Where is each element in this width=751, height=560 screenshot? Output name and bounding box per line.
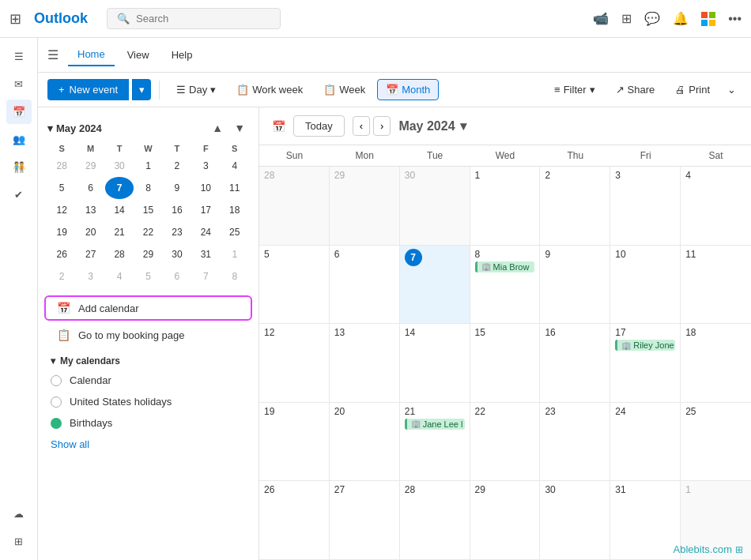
mini-cal-day[interactable]: 23 [163,221,191,243]
chat-icon[interactable]: 💬 [644,11,660,26]
today-button[interactable]: Today [293,115,345,137]
mini-cal-day[interactable]: 28 [105,243,134,265]
month-day[interactable]: 15 [470,324,541,402]
mini-cal-day[interactable]: 22 [134,221,162,243]
mini-cal-day[interactable]: 4 [105,265,134,288]
month-day[interactable]: 11 [681,246,751,324]
mini-cal-day[interactable]: 16 [163,199,191,221]
month-day[interactable]: 5 [259,246,330,324]
mini-cal-day[interactable]: 27 [76,243,104,265]
video-icon[interactable]: 📹 [593,11,609,26]
mini-cal-day[interactable]: 8 [221,265,249,288]
view-workweek-button[interactable]: 📋 Work week [228,79,311,100]
mini-cal-day[interactable]: 12 [47,199,76,221]
mini-cal-day[interactable]: 1 [221,243,249,265]
month-day[interactable]: 8🏢Mia Brow [470,246,541,324]
search-box[interactable]: 🔍 [107,8,281,29]
booking-page-action[interactable]: 📋 Go to my booking page [44,322,252,348]
mini-cal-day[interactable]: 11 [221,177,249,199]
hamburger-icon[interactable]: ☰ [47,47,58,62]
month-day[interactable]: 3 [610,167,681,245]
month-day[interactable]: 16 [540,324,610,402]
calendar-item-calendar[interactable]: Calendar [38,370,259,391]
mini-cal-day[interactable]: 26 [47,243,76,265]
month-day[interactable]: 23 [540,403,610,481]
search-input[interactable] [136,13,262,24]
event-chip[interactable]: 🏢Mia Brow [475,261,535,272]
event-chip[interactable]: 🏢Jane Lee l [405,419,465,430]
strip-cloud-icon[interactable]: ☁ [7,502,30,526]
cal-next-button[interactable]: › [373,116,391,136]
mini-cal-day[interactable]: 18 [221,199,249,221]
mini-cal-day[interactable]: 2 [163,155,191,177]
mini-cal-day[interactable]: 9 [163,177,191,199]
cal-month-dropdown-icon[interactable]: ▾ [460,118,466,133]
month-day[interactable]: 18 [681,324,751,402]
month-day[interactable]: 28 [259,167,330,245]
strip-people-icon[interactable]: 👥 [6,127,32,152]
strip-menu-icon[interactable]: ☰ [8,44,30,69]
calendar-item-us-holidays[interactable]: United States holidays [38,391,259,412]
month-day[interactable]: 12 [259,324,330,402]
print-button[interactable]: 🖨 Print [666,79,719,100]
mini-cal-day[interactable]: 29 [76,155,104,177]
mini-cal-day[interactable]: 20 [76,221,104,243]
strip-calendar-icon[interactable]: 📅 [6,100,32,124]
month-day[interactable]: 26 [259,481,330,559]
mini-cal-day[interactable]: 30 [163,243,191,265]
mini-cal-day[interactable]: 17 [191,199,220,221]
mini-cal-day[interactable]: 10 [191,177,220,199]
month-day[interactable]: 25 [681,403,751,481]
nav-tab-help[interactable]: Help [162,44,202,66]
month-day[interactable]: 20 [330,403,400,481]
mini-cal-next-button[interactable]: ▼ [230,120,249,136]
mini-cal-day[interactable]: 3 [191,155,220,177]
month-day[interactable]: 1 [470,167,541,245]
filter-button[interactable]: ≡ Filter ▾ [545,79,603,100]
bell-icon[interactable]: 🔔 [673,11,689,26]
month-day[interactable]: 28 [400,481,470,559]
calendar-item-birthdays[interactable]: Birthdays [38,412,259,434]
grid-view-icon[interactable]: ⊞ [621,11,632,26]
mini-cal-day[interactable]: 7 [105,177,134,199]
month-day[interactable]: 24 [610,403,681,481]
month-day[interactable]: 2 [540,167,610,245]
app-grid-icon[interactable]: ⊞ [9,10,21,28]
expand-button[interactable]: ⌄ [722,80,742,100]
new-event-button[interactable]: + New event [47,79,129,100]
month-day[interactable]: 29 [330,167,400,245]
cal-prev-button[interactable]: ‹ [353,116,370,136]
mini-cal-day[interactable]: 7 [191,265,220,288]
mini-cal-day[interactable]: 5 [134,265,162,288]
mini-cal-prev-button[interactable]: ▲ [208,120,227,136]
month-day[interactable]: 29 [470,481,541,559]
month-day[interactable]: 10 [610,246,681,324]
mini-cal-day[interactable]: 1 [134,155,162,177]
mini-cal-day[interactable]: 19 [47,221,76,243]
mini-cal-day[interactable]: 3 [76,265,104,288]
mini-cal-day[interactable]: 8 [134,177,162,199]
event-chip[interactable]: 🏢Riley Jone [615,340,675,351]
month-day[interactable]: 14 [400,324,470,402]
mini-cal-day[interactable]: 24 [191,221,220,243]
mini-cal-day[interactable]: 29 [134,243,162,265]
strip-mail-icon[interactable]: ✉ [8,72,29,96]
view-day-button[interactable]: ☰ Day ▾ [168,79,225,100]
show-all-button[interactable]: Show all [38,434,259,455]
strip-apps-icon[interactable]: ⊞ [8,529,29,554]
mini-cal-day[interactable]: 6 [163,265,191,288]
month-day[interactable]: 13 [330,324,400,402]
mini-cal-day[interactable]: 28 [47,155,76,177]
month-day[interactable]: 21🏢Jane Lee l [400,403,470,481]
month-day[interactable]: 17🏢Riley Jone [610,324,681,402]
month-day[interactable]: 6 [330,246,400,324]
mini-cal-day[interactable]: 15 [134,199,162,221]
strip-groups-icon[interactable]: 🧑‍🤝‍🧑 [6,155,32,179]
view-week-button[interactable]: 📋 Week [315,79,374,100]
mini-cal-chevron-icon[interactable]: ▾ [47,122,53,134]
month-day[interactable]: 22 [470,403,541,481]
month-day[interactable]: 9 [540,246,610,324]
mini-cal-day[interactable]: 30 [105,155,134,177]
mini-cal-day[interactable]: 4 [221,155,249,177]
mini-cal-day[interactable]: 14 [105,199,134,221]
